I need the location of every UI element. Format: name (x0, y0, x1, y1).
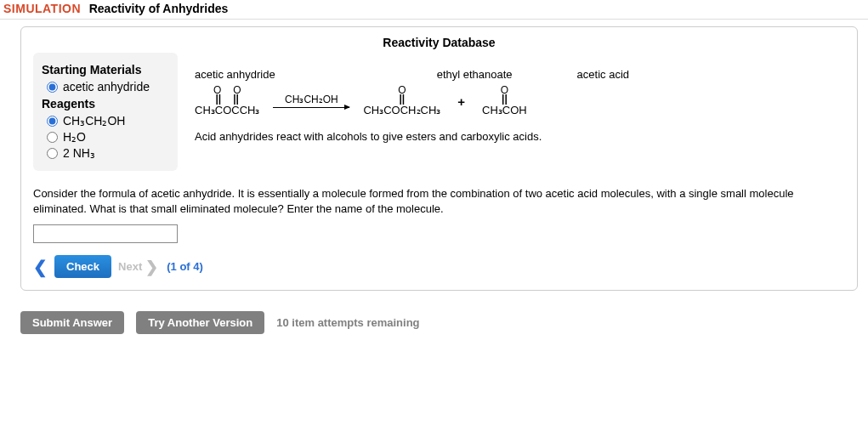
step-counter: (1 of 4) (167, 260, 203, 273)
main-panel: Reactivity Database Starting Materials a… (20, 26, 858, 291)
formula-acid: CH₃COH (482, 104, 527, 116)
option-label: acetic anhydride (63, 80, 150, 94)
database-title: Reactivity Database (33, 36, 845, 49)
reagents-header: Reagents (42, 97, 166, 111)
structure-anhydride: OO |||| CH₃COCCH₃ (195, 86, 259, 116)
radio-acetic-anhydride[interactable] (47, 82, 58, 93)
reaction-labels: acetic anhydride ethyl ethanoate acetic … (195, 68, 845, 81)
reaction-row: OO |||| CH₃COCCH₃ CH₃CH₂OH O || CH₃COCH₂… (195, 86, 845, 116)
next-chevron-icon: ❯ (145, 258, 158, 276)
check-button[interactable]: Check (54, 255, 111, 278)
nav-row: ❮ Check Next ❯ (1 of 4) (33, 255, 845, 278)
plus-sign: + (454, 94, 468, 109)
radio-ch3ch2oh[interactable] (47, 116, 58, 127)
reaction-column: acetic anhydride ethyl ethanoate acetic … (195, 53, 845, 171)
reaction-arrow: CH₃CH₂OH (273, 94, 349, 110)
label-product1: ethyl ethanoate (437, 68, 513, 81)
structure-acid: O || CH₃COH (482, 86, 527, 116)
formula-anhydride: CH₃COCCH₃ (195, 104, 259, 116)
arrow-icon (273, 107, 349, 108)
option-label: H₂O (63, 130, 86, 144)
starting-materials-header: Starting Materials (42, 63, 166, 77)
simulation-title: Reactivity of Anhydrides (89, 2, 229, 15)
structure-ester: O || CH₃COCH₂CH₃ (363, 86, 440, 116)
question-text: Consider the formula of acetic anhydride… (33, 186, 845, 216)
label-reactant: acetic anhydride (195, 68, 275, 81)
attempts-remaining: 10 item attempts remaining (276, 316, 419, 329)
prev-chevron-icon[interactable]: ❮ (33, 257, 48, 277)
option-ch3ch2oh[interactable]: CH₃CH₂OH (47, 114, 166, 128)
upper-section: Starting Materials acetic anhydride Reag… (33, 53, 845, 171)
answer-input[interactable] (33, 224, 178, 243)
option-label: CH₃CH₂OH (63, 114, 125, 128)
submit-answer-button[interactable]: Submit Answer (20, 311, 124, 334)
simulation-label: SIMULATION (3, 2, 81, 15)
next-button[interactable]: Next ❯ (118, 258, 158, 276)
reaction-description: Acid anhydrides react with alcohols to g… (195, 130, 845, 143)
radio-2nh3[interactable] (47, 148, 58, 159)
formula-ester: CH₃COCH₂CH₃ (363, 104, 440, 116)
radio-h2o[interactable] (47, 132, 58, 143)
option-label: 2 NH₃ (63, 146, 95, 160)
top-bar: SIMULATION Reactivity of Anhydrides (0, 0, 868, 20)
arrow-reagent: CH₃CH₂OH (273, 94, 349, 105)
option-2nh3[interactable]: 2 NH₃ (47, 146, 166, 160)
options-column: Starting Materials acetic anhydride Reag… (33, 53, 178, 171)
option-acetic-anhydride[interactable]: acetic anhydride (47, 80, 166, 94)
bottom-row: Submit Answer Try Another Version 10 ite… (20, 311, 858, 334)
try-another-version-button[interactable]: Try Another Version (136, 311, 264, 334)
label-product2: acetic acid (577, 68, 629, 81)
next-label: Next (118, 260, 142, 273)
option-h2o[interactable]: H₂O (47, 130, 166, 144)
